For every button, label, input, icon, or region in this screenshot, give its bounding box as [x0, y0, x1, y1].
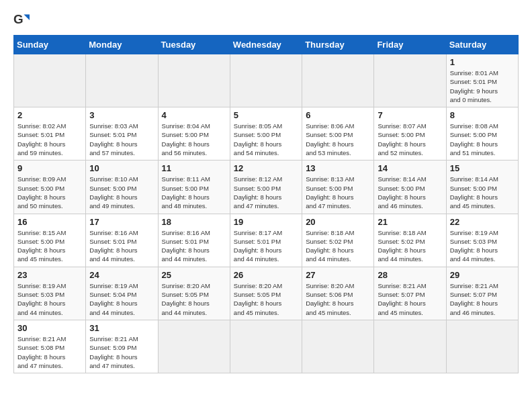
day-number: 11 [162, 163, 226, 173]
calendar-table: SundayMondayTuesdayWednesdayThursdayFrid… [13, 35, 519, 373]
day-cell: 1Sunrise: 8:01 AM Sunset: 5:01 PM Daylig… [446, 54, 518, 107]
day-info: Sunrise: 8:17 AM Sunset: 5:01 PM Dayligh… [234, 228, 298, 264]
day-info: Sunrise: 8:15 AM Sunset: 5:00 PM Dayligh… [17, 228, 82, 264]
col-header-monday: Monday [86, 36, 158, 54]
day-cell: 2Sunrise: 8:02 AM Sunset: 5:01 PM Daylig… [14, 107, 86, 161]
day-cell: 6Sunrise: 8:06 AM Sunset: 5:00 PM Daylig… [302, 107, 374, 161]
day-number: 30 [17, 323, 82, 333]
day-cell [230, 54, 302, 107]
day-cell: 11Sunrise: 8:11 AM Sunset: 5:00 PM Dayli… [158, 161, 230, 214]
day-cell: 19Sunrise: 8:17 AM Sunset: 5:01 PM Dayli… [230, 214, 302, 267]
day-info: Sunrise: 8:20 AM Sunset: 5:06 PM Dayligh… [306, 281, 370, 317]
header-row: SundayMondayTuesdayWednesdayThursdayFrid… [14, 36, 519, 54]
col-header-wednesday: Wednesday [230, 36, 302, 54]
day-cell: 30Sunrise: 8:21 AM Sunset: 5:08 PM Dayli… [14, 320, 86, 373]
day-info: Sunrise: 8:20 AM Sunset: 5:05 PM Dayligh… [162, 281, 226, 317]
day-number: 5 [234, 110, 298, 120]
svg-text:G: G [13, 12, 24, 26]
day-info: Sunrise: 8:21 AM Sunset: 5:07 PM Dayligh… [450, 281, 515, 317]
day-cell: 22Sunrise: 8:19 AM Sunset: 5:03 PM Dayli… [446, 214, 518, 267]
day-number: 25 [162, 270, 226, 280]
day-number: 26 [234, 270, 298, 280]
day-number: 4 [162, 110, 226, 120]
day-cell [302, 320, 374, 373]
day-info: Sunrise: 8:19 AM Sunset: 5:03 PM Dayligh… [17, 281, 82, 317]
day-cell: 17Sunrise: 8:16 AM Sunset: 5:01 PM Dayli… [86, 214, 158, 267]
day-info: Sunrise: 8:18 AM Sunset: 5:02 PM Dayligh… [306, 228, 370, 264]
col-header-friday: Friday [374, 36, 446, 54]
svg-marker-1 [24, 14, 30, 20]
day-cell: 18Sunrise: 8:16 AM Sunset: 5:01 PM Dayli… [158, 214, 230, 267]
day-info: Sunrise: 8:02 AM Sunset: 5:01 PM Dayligh… [17, 122, 82, 157]
day-info: Sunrise: 8:03 AM Sunset: 5:01 PM Dayligh… [89, 122, 154, 157]
day-cell: 27Sunrise: 8:20 AM Sunset: 5:06 PM Dayli… [302, 267, 374, 320]
week-row-0: 1Sunrise: 8:01 AM Sunset: 5:01 PM Daylig… [14, 54, 519, 107]
day-number: 7 [378, 110, 442, 120]
day-cell: 31Sunrise: 8:21 AM Sunset: 5:09 PM Dayli… [86, 320, 158, 373]
day-number: 14 [378, 163, 442, 173]
day-info: Sunrise: 8:10 AM Sunset: 5:00 PM Dayligh… [89, 175, 154, 210]
day-number: 15 [450, 163, 515, 173]
day-cell: 10Sunrise: 8:10 AM Sunset: 5:00 PM Dayli… [86, 161, 158, 214]
day-cell: 20Sunrise: 8:18 AM Sunset: 5:02 PM Dayli… [302, 214, 374, 267]
day-cell: 14Sunrise: 8:14 AM Sunset: 5:00 PM Dayli… [374, 161, 446, 214]
logo: G [13, 12, 32, 28]
day-number: 18 [162, 217, 226, 227]
day-number: 2 [17, 110, 82, 120]
week-row-1: 2Sunrise: 8:02 AM Sunset: 5:01 PM Daylig… [14, 107, 519, 161]
day-number: 16 [17, 217, 82, 227]
day-cell [230, 320, 302, 373]
day-number: 27 [306, 270, 370, 280]
col-header-thursday: Thursday [302, 36, 374, 54]
day-info: Sunrise: 8:04 AM Sunset: 5:00 PM Dayligh… [162, 122, 226, 157]
day-cell: 13Sunrise: 8:13 AM Sunset: 5:00 PM Dayli… [302, 161, 374, 214]
day-info: Sunrise: 8:05 AM Sunset: 5:00 PM Dayligh… [234, 122, 298, 157]
day-cell: 16Sunrise: 8:15 AM Sunset: 5:00 PM Dayli… [14, 214, 86, 267]
col-header-sunday: Sunday [14, 36, 86, 54]
day-info: Sunrise: 8:13 AM Sunset: 5:00 PM Dayligh… [306, 175, 370, 210]
day-cell [158, 54, 230, 107]
day-cell [302, 54, 374, 107]
day-number: 13 [306, 163, 370, 173]
week-row-5: 30Sunrise: 8:21 AM Sunset: 5:08 PM Dayli… [14, 320, 519, 373]
day-number: 22 [450, 217, 515, 227]
day-number: 10 [89, 163, 154, 173]
day-cell [86, 54, 158, 107]
day-cell: 21Sunrise: 8:18 AM Sunset: 5:02 PM Dayli… [374, 214, 446, 267]
day-info: Sunrise: 8:09 AM Sunset: 5:00 PM Dayligh… [17, 175, 82, 210]
day-info: Sunrise: 8:11 AM Sunset: 5:00 PM Dayligh… [162, 175, 226, 210]
day-info: Sunrise: 8:08 AM Sunset: 5:00 PM Dayligh… [450, 122, 515, 157]
day-number: 12 [234, 163, 298, 173]
col-header-tuesday: Tuesday [158, 36, 230, 54]
day-number: 23 [17, 270, 82, 280]
day-number: 20 [306, 217, 370, 227]
day-cell: 26Sunrise: 8:20 AM Sunset: 5:05 PM Dayli… [230, 267, 302, 320]
day-info: Sunrise: 8:14 AM Sunset: 5:00 PM Dayligh… [450, 175, 515, 210]
day-number: 21 [378, 217, 442, 227]
col-header-saturday: Saturday [446, 36, 518, 54]
day-number: 31 [89, 323, 154, 333]
day-info: Sunrise: 8:06 AM Sunset: 5:00 PM Dayligh… [306, 122, 370, 157]
day-info: Sunrise: 8:16 AM Sunset: 5:01 PM Dayligh… [89, 228, 154, 264]
day-info: Sunrise: 8:21 AM Sunset: 5:08 PM Dayligh… [17, 334, 82, 370]
day-cell [374, 320, 446, 373]
day-info: Sunrise: 8:01 AM Sunset: 5:01 PM Dayligh… [450, 68, 515, 104]
week-row-2: 9Sunrise: 8:09 AM Sunset: 5:00 PM Daylig… [14, 161, 519, 214]
day-cell: 29Sunrise: 8:21 AM Sunset: 5:07 PM Dayli… [446, 267, 518, 320]
day-cell: 23Sunrise: 8:19 AM Sunset: 5:03 PM Dayli… [14, 267, 86, 320]
day-cell [374, 54, 446, 107]
day-cell: 28Sunrise: 8:21 AM Sunset: 5:07 PM Dayli… [374, 267, 446, 320]
day-info: Sunrise: 8:16 AM Sunset: 5:01 PM Dayligh… [162, 228, 226, 264]
day-info: Sunrise: 8:19 AM Sunset: 5:03 PM Dayligh… [450, 228, 515, 264]
day-cell [446, 320, 518, 373]
header: G [13, 12, 519, 28]
day-number: 28 [378, 270, 442, 280]
day-number: 3 [89, 110, 154, 120]
day-cell: 9Sunrise: 8:09 AM Sunset: 5:00 PM Daylig… [14, 161, 86, 214]
day-number: 9 [17, 163, 82, 173]
day-number: 29 [450, 270, 515, 280]
calendar-page: G SundayMondayTuesdayWednesdayThursdayFr… [0, 0, 532, 380]
week-row-3: 16Sunrise: 8:15 AM Sunset: 5:00 PM Dayli… [14, 214, 519, 267]
day-cell: 5Sunrise: 8:05 AM Sunset: 5:00 PM Daylig… [230, 107, 302, 161]
logo-icon: G [13, 12, 30, 28]
